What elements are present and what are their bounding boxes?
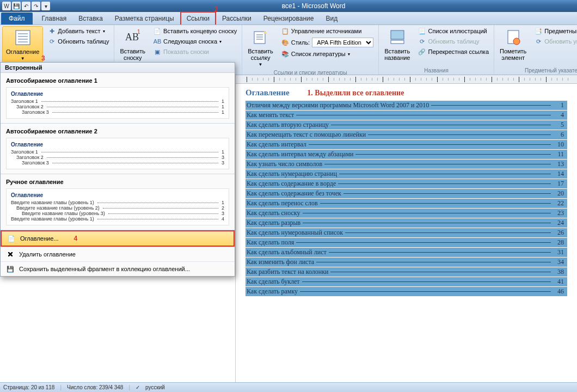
mark-entry-button[interactable]: Пометить элемент: [496, 26, 530, 63]
insert-index-button[interactable]: 📑 Предметный указатель: [532, 26, 577, 36]
toc-entry[interactable]: Как сделать сноску23: [245, 209, 567, 218]
insert-endnote-button[interactable]: 📄 Вставить концевую сноску: [151, 26, 240, 36]
gallery-preview: Оглавление Введите название главы (урове…: [6, 188, 229, 225]
toc-entry[interactable]: Как сделать нумерованный список26: [245, 228, 567, 237]
toc-entry[interactable]: Как менять текст4: [245, 111, 567, 120]
svg-rect-7: [254, 32, 265, 44]
group-label: Названия: [381, 67, 492, 74]
spell-check-icon[interactable]: ✓: [136, 384, 140, 390]
tab-references[interactable]: Ссылки: [180, 11, 216, 24]
gallery-preview: Оглавление Заголовок 11 Заголовок 23 Заг…: [6, 138, 229, 169]
sources-icon: 📋: [281, 27, 289, 35]
tab-review[interactable]: Рецензирование: [257, 12, 320, 24]
gallery-category: Встроенный: [1, 63, 235, 73]
cross-reference-button[interactable]: 🔗 Перекрестная ссылка: [415, 47, 492, 57]
toc-entry[interactable]: Как сделать содержание в ворде17: [245, 179, 567, 188]
add-text-button[interactable]: ✚ Добавить текст ▾: [45, 26, 112, 36]
gallery-preview: Оглавление Заголовок 11 Заголовок 21 Заг…: [6, 87, 229, 119]
qat-more-icon[interactable]: ▾: [41, 2, 50, 10]
menu-save-selection[interactable]: 💾 Сохранить выделенный фрагмент в коллек…: [1, 261, 235, 276]
toc-entry[interactable]: Как сделать разрыв24: [245, 218, 567, 228]
tab-home[interactable]: Главная: [36, 12, 73, 24]
add-text-icon: ✚: [48, 27, 56, 35]
undo-icon[interactable]: ↶: [22, 2, 30, 10]
annotation-4: 4: [74, 235, 78, 242]
save-icon[interactable]: 💾: [12, 2, 21, 10]
show-footnotes-button: ▣ Показать сноски: [151, 47, 240, 57]
ribbon-tabs: Файл Главная Вставка Разметка страницы С…: [0, 12, 577, 25]
toc-entry[interactable]: Как сделать вторую страницу5: [245, 120, 567, 130]
tab-layout[interactable]: Разметка страницы: [109, 12, 180, 24]
annotation-2: 2: [214, 5, 218, 13]
chevron-down-icon: ▾: [348, 52, 350, 57]
style-select[interactable]: 🎨 Стиль: APA Fifth Edition: [279, 36, 376, 48]
toc-entry[interactable]: Как сделать поля28: [245, 238, 567, 247]
toc-icon: [14, 29, 32, 47]
toc-entry[interactable]: Как узнать число символов13: [245, 160, 567, 169]
tab-file[interactable]: Файл: [1, 13, 33, 24]
toc-entry[interactable]: Отличия между версиями программы Microso…: [245, 101, 567, 110]
update-table-figures-button: ⟳ Обновить таблицу: [415, 36, 492, 46]
menu-insert-toc[interactable]: 📄 Оглавление... 4: [1, 230, 235, 247]
chevron-down-icon: ▾: [103, 29, 105, 34]
horizontal-ruler[interactable]: [236, 75, 577, 84]
mark-entry-icon: [505, 28, 522, 47]
chevron-down-icon: ▼: [259, 62, 263, 67]
redo-icon[interactable]: ↷: [32, 2, 40, 10]
toc-entry[interactable]: Как разбить текст на колонки38: [245, 267, 567, 277]
menu-remove-toc[interactable]: 🗙 Удалить оглавление: [1, 247, 235, 261]
window-title: все1 - Microsoft Word: [52, 2, 575, 10]
tab-view[interactable]: Вид: [320, 12, 343, 24]
svg-rect-12: [391, 40, 404, 44]
gallery-item-auto1[interactable]: Автособираемое оглавление 1 Оглавление З…: [1, 73, 235, 124]
footnote-icon: AB1: [124, 28, 142, 47]
toc-entry[interactable]: Как сделать интервал между абзацами11: [245, 150, 567, 159]
save-selection-icon: 💾: [6, 265, 15, 273]
toc-entry[interactable]: Как сделать перенос слов22: [245, 199, 567, 208]
toc-icon: 📄: [7, 234, 16, 243]
gallery-item-manual[interactable]: Ручное оглавление Оглавление Введите наз…: [1, 174, 235, 230]
bibliography-icon: 📚: [281, 50, 289, 58]
toc-entry[interactable]: Как сделать альбомный лист31: [245, 248, 567, 257]
delete-icon: 🗙: [6, 250, 15, 259]
status-page[interactable]: Страница: 20 из 118: [3, 384, 54, 390]
group-index: Пометить элемент 📑 Предметный указатель …: [494, 25, 577, 75]
status-bar: Страница: 20 из 118 | Число слов: 239/4 …: [0, 382, 577, 392]
next-footnote-button[interactable]: AB Следующая сноска ▾: [151, 36, 240, 46]
toc-button[interactable]: Оглавление ▼: [2, 26, 43, 64]
document-page[interactable]: Оглавление 1. Выделили все оглавление От…: [236, 84, 577, 301]
insert-footnote-button[interactable]: AB1 Вставить сноску: [116, 26, 149, 63]
update-index-button: ⟳ Обновить указатель: [532, 36, 577, 46]
group-label: Предметный указатель: [496, 67, 577, 74]
toc-entry[interactable]: Как перемещать текст с помощью линейки6: [245, 130, 567, 139]
group-citations: Вставить ссылку ▼ 📋 Управление источника…: [242, 25, 379, 75]
style-dropdown[interactable]: APA Fifth Edition: [312, 38, 373, 47]
annotation-1: 1. Выделили все оглавление: [307, 89, 404, 97]
manage-sources-button[interactable]: 📋 Управление источниками: [279, 26, 376, 36]
toc-entry[interactable]: Как сделать содержание без точек20: [245, 189, 567, 198]
gallery-item-auto2[interactable]: Автособираемое оглавление 2 Оглавление З…: [1, 124, 235, 174]
app-icon: W: [2, 2, 11, 10]
toc-entry[interactable]: Как сделать рамку46: [245, 287, 567, 296]
toc-field[interactable]: Отличия между версиями программы Microso…: [245, 101, 567, 296]
tab-insert[interactable]: Вставка: [72, 12, 109, 24]
insert-caption-button[interactable]: Вставить название: [381, 26, 413, 63]
status-language[interactable]: русский: [145, 384, 165, 390]
caption-icon: [389, 28, 406, 47]
toc-entry[interactable]: Как сделать буклет41: [245, 277, 567, 286]
update-table-button[interactable]: ⟳ Обновить таблицу: [45, 36, 112, 46]
table-of-figures-button[interactable]: 📃 Список иллюстраций: [415, 26, 492, 36]
tab-mailings[interactable]: Рассылки: [216, 12, 257, 24]
bibliography-button[interactable]: 📚 Список литературы ▾: [279, 49, 376, 59]
status-words[interactable]: Число слов: 239/4 348: [67, 384, 123, 390]
titlebar: W 💾 ↶ ↷ ▾ все1 - Microsoft Word: [0, 0, 577, 12]
show-footnotes-icon: ▣: [154, 48, 161, 56]
toc-entry[interactable]: Как изменить фон листа34: [245, 258, 567, 267]
toc-entry[interactable]: Как сделать интервал10: [245, 140, 567, 149]
annotation-3: 3: [41, 54, 45, 62]
update-icon: ⟳: [48, 38, 56, 45]
document-area: Оглавление 1. Выделили все оглавление От…: [235, 75, 577, 382]
insert-citation-button[interactable]: Вставить ссылку ▼: [244, 26, 277, 69]
next-footnote-icon: AB: [154, 38, 161, 45]
toc-entry[interactable]: Как сделать нумерацию страниц14: [245, 169, 567, 179]
